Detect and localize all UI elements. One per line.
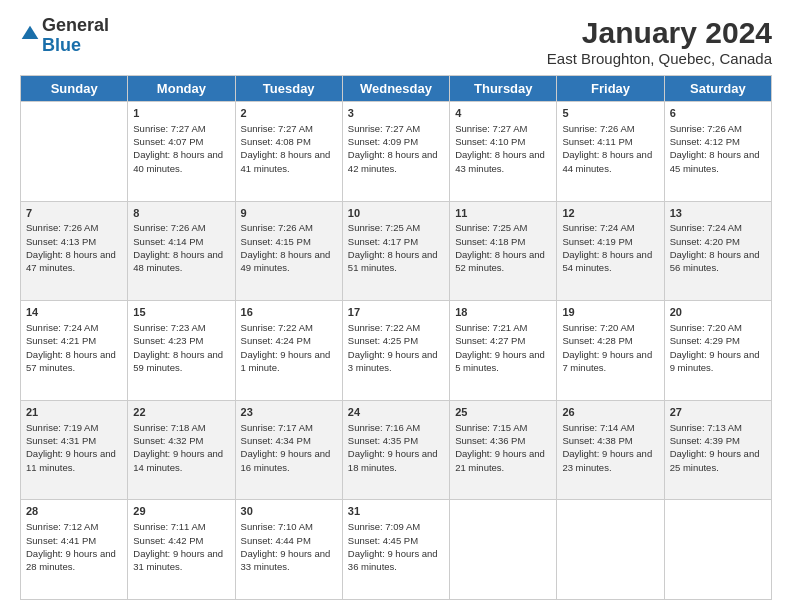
day-number: 27 xyxy=(670,405,766,420)
day-cell-2-3: 17Sunrise: 7:22 AMSunset: 4:25 PMDayligh… xyxy=(342,301,449,401)
day-cell-0-5: 5Sunrise: 7:26 AMSunset: 4:11 PMDaylight… xyxy=(557,102,664,202)
day-cell-2-5: 19Sunrise: 7:20 AMSunset: 4:28 PMDayligh… xyxy=(557,301,664,401)
day-number: 23 xyxy=(241,405,337,420)
day-number: 31 xyxy=(348,504,444,519)
day-info: Sunrise: 7:24 AMSunset: 4:19 PMDaylight:… xyxy=(562,221,658,274)
day-number: 16 xyxy=(241,305,337,320)
day-cell-0-0 xyxy=(21,102,128,202)
day-info: Sunrise: 7:15 AMSunset: 4:36 PMDaylight:… xyxy=(455,421,551,474)
header-sunday: Sunday xyxy=(21,76,128,102)
header-friday: Friday xyxy=(557,76,664,102)
day-info: Sunrise: 7:09 AMSunset: 4:45 PMDaylight:… xyxy=(348,520,444,573)
day-info: Sunrise: 7:26 AMSunset: 4:12 PMDaylight:… xyxy=(670,122,766,175)
day-info: Sunrise: 7:12 AMSunset: 4:41 PMDaylight:… xyxy=(26,520,122,573)
day-number: 11 xyxy=(455,206,551,221)
day-number: 14 xyxy=(26,305,122,320)
day-info: Sunrise: 7:11 AMSunset: 4:42 PMDaylight:… xyxy=(133,520,229,573)
day-cell-1-3: 10Sunrise: 7:25 AMSunset: 4:17 PMDayligh… xyxy=(342,201,449,301)
day-info: Sunrise: 7:26 AMSunset: 4:14 PMDaylight:… xyxy=(133,221,229,274)
day-number: 13 xyxy=(670,206,766,221)
day-number: 29 xyxy=(133,504,229,519)
day-cell-0-4: 4Sunrise: 7:27 AMSunset: 4:10 PMDaylight… xyxy=(450,102,557,202)
day-cell-4-6 xyxy=(664,500,771,600)
day-cell-4-1: 29Sunrise: 7:11 AMSunset: 4:42 PMDayligh… xyxy=(128,500,235,600)
day-cell-1-6: 13Sunrise: 7:24 AMSunset: 4:20 PMDayligh… xyxy=(664,201,771,301)
day-cell-0-1: 1Sunrise: 7:27 AMSunset: 4:07 PMDaylight… xyxy=(128,102,235,202)
day-cell-1-5: 12Sunrise: 7:24 AMSunset: 4:19 PMDayligh… xyxy=(557,201,664,301)
day-cell-0-6: 6Sunrise: 7:26 AMSunset: 4:12 PMDaylight… xyxy=(664,102,771,202)
day-info: Sunrise: 7:26 AMSunset: 4:15 PMDaylight:… xyxy=(241,221,337,274)
day-number: 9 xyxy=(241,206,337,221)
calendar-title: January 2024 xyxy=(547,16,772,50)
logo-icon xyxy=(20,24,40,44)
day-number: 22 xyxy=(133,405,229,420)
day-info: Sunrise: 7:10 AMSunset: 4:44 PMDaylight:… xyxy=(241,520,337,573)
logo: General Blue xyxy=(20,16,109,56)
day-cell-0-2: 2Sunrise: 7:27 AMSunset: 4:08 PMDaylight… xyxy=(235,102,342,202)
day-number: 15 xyxy=(133,305,229,320)
day-info: Sunrise: 7:13 AMSunset: 4:39 PMDaylight:… xyxy=(670,421,766,474)
header: General Blue January 2024 East Broughton… xyxy=(20,16,772,67)
day-info: Sunrise: 7:20 AMSunset: 4:29 PMDaylight:… xyxy=(670,321,766,374)
day-cell-3-1: 22Sunrise: 7:18 AMSunset: 4:32 PMDayligh… xyxy=(128,400,235,500)
day-info: Sunrise: 7:19 AMSunset: 4:31 PMDaylight:… xyxy=(26,421,122,474)
day-cell-4-0: 28Sunrise: 7:12 AMSunset: 4:41 PMDayligh… xyxy=(21,500,128,600)
day-number: 1 xyxy=(133,106,229,121)
day-info: Sunrise: 7:14 AMSunset: 4:38 PMDaylight:… xyxy=(562,421,658,474)
day-cell-0-3: 3Sunrise: 7:27 AMSunset: 4:09 PMDaylight… xyxy=(342,102,449,202)
logo-blue-text: Blue xyxy=(42,35,81,55)
day-info: Sunrise: 7:24 AMSunset: 4:20 PMDaylight:… xyxy=(670,221,766,274)
day-cell-2-4: 18Sunrise: 7:21 AMSunset: 4:27 PMDayligh… xyxy=(450,301,557,401)
day-number: 6 xyxy=(670,106,766,121)
day-number: 18 xyxy=(455,305,551,320)
day-cell-3-2: 23Sunrise: 7:17 AMSunset: 4:34 PMDayligh… xyxy=(235,400,342,500)
day-cell-3-3: 24Sunrise: 7:16 AMSunset: 4:35 PMDayligh… xyxy=(342,400,449,500)
day-cell-2-6: 20Sunrise: 7:20 AMSunset: 4:29 PMDayligh… xyxy=(664,301,771,401)
day-info: Sunrise: 7:18 AMSunset: 4:32 PMDaylight:… xyxy=(133,421,229,474)
day-number: 21 xyxy=(26,405,122,420)
page: General Blue January 2024 East Broughton… xyxy=(0,0,792,612)
day-number: 4 xyxy=(455,106,551,121)
day-cell-1-1: 8Sunrise: 7:26 AMSunset: 4:14 PMDaylight… xyxy=(128,201,235,301)
day-number: 2 xyxy=(241,106,337,121)
day-info: Sunrise: 7:27 AMSunset: 4:08 PMDaylight:… xyxy=(241,122,337,175)
day-cell-3-4: 25Sunrise: 7:15 AMSunset: 4:36 PMDayligh… xyxy=(450,400,557,500)
day-info: Sunrise: 7:23 AMSunset: 4:23 PMDaylight:… xyxy=(133,321,229,374)
svg-marker-0 xyxy=(22,25,39,38)
logo-general-text: General xyxy=(42,15,109,35)
day-cell-4-5 xyxy=(557,500,664,600)
day-cell-3-0: 21Sunrise: 7:19 AMSunset: 4:31 PMDayligh… xyxy=(21,400,128,500)
day-cell-3-6: 27Sunrise: 7:13 AMSunset: 4:39 PMDayligh… xyxy=(664,400,771,500)
day-info: Sunrise: 7:22 AMSunset: 4:25 PMDaylight:… xyxy=(348,321,444,374)
week-row-5: 28Sunrise: 7:12 AMSunset: 4:41 PMDayligh… xyxy=(21,500,772,600)
day-info: Sunrise: 7:21 AMSunset: 4:27 PMDaylight:… xyxy=(455,321,551,374)
header-thursday: Thursday xyxy=(450,76,557,102)
day-info: Sunrise: 7:22 AMSunset: 4:24 PMDaylight:… xyxy=(241,321,337,374)
week-row-4: 21Sunrise: 7:19 AMSunset: 4:31 PMDayligh… xyxy=(21,400,772,500)
day-info: Sunrise: 7:26 AMSunset: 4:11 PMDaylight:… xyxy=(562,122,658,175)
day-number: 8 xyxy=(133,206,229,221)
day-cell-3-5: 26Sunrise: 7:14 AMSunset: 4:38 PMDayligh… xyxy=(557,400,664,500)
header-monday: Monday xyxy=(128,76,235,102)
header-saturday: Saturday xyxy=(664,76,771,102)
day-info: Sunrise: 7:27 AMSunset: 4:07 PMDaylight:… xyxy=(133,122,229,175)
day-number: 17 xyxy=(348,305,444,320)
header-wednesday: Wednesday xyxy=(342,76,449,102)
day-cell-4-2: 30Sunrise: 7:10 AMSunset: 4:44 PMDayligh… xyxy=(235,500,342,600)
title-block: January 2024 East Broughton, Quebec, Can… xyxy=(547,16,772,67)
day-number: 30 xyxy=(241,504,337,519)
day-cell-1-2: 9Sunrise: 7:26 AMSunset: 4:15 PMDaylight… xyxy=(235,201,342,301)
week-row-3: 14Sunrise: 7:24 AMSunset: 4:21 PMDayligh… xyxy=(21,301,772,401)
day-number: 28 xyxy=(26,504,122,519)
day-cell-2-1: 15Sunrise: 7:23 AMSunset: 4:23 PMDayligh… xyxy=(128,301,235,401)
day-number: 10 xyxy=(348,206,444,221)
day-number: 26 xyxy=(562,405,658,420)
day-number: 5 xyxy=(562,106,658,121)
day-number: 24 xyxy=(348,405,444,420)
day-cell-1-4: 11Sunrise: 7:25 AMSunset: 4:18 PMDayligh… xyxy=(450,201,557,301)
day-number: 19 xyxy=(562,305,658,320)
day-info: Sunrise: 7:25 AMSunset: 4:18 PMDaylight:… xyxy=(455,221,551,274)
day-info: Sunrise: 7:27 AMSunset: 4:09 PMDaylight:… xyxy=(348,122,444,175)
day-cell-2-0: 14Sunrise: 7:24 AMSunset: 4:21 PMDayligh… xyxy=(21,301,128,401)
week-row-2: 7Sunrise: 7:26 AMSunset: 4:13 PMDaylight… xyxy=(21,201,772,301)
